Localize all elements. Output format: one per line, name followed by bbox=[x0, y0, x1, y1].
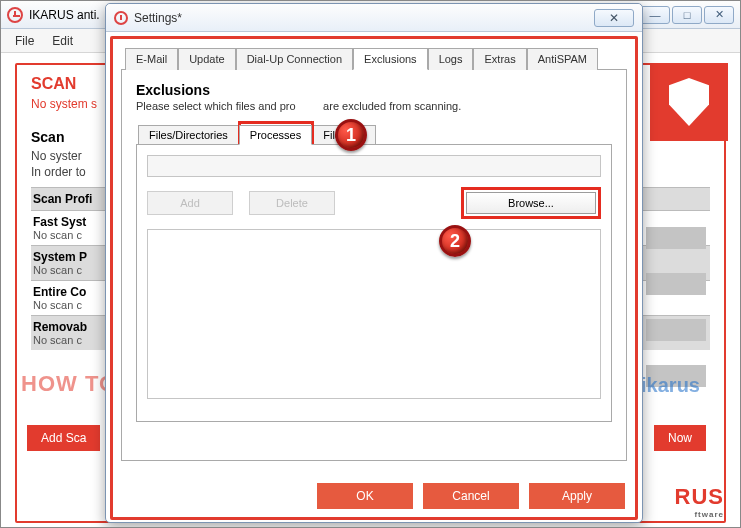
tab-dialup[interactable]: Dial-Up Connection bbox=[236, 48, 353, 70]
apply-button[interactable]: Apply bbox=[529, 483, 625, 509]
tab-exclusions[interactable]: Exclusions bbox=[353, 48, 428, 70]
process-path-input[interactable] bbox=[147, 155, 601, 177]
annotation-marker-1: 1 bbox=[335, 119, 367, 151]
bg-maximize-button[interactable]: □ bbox=[672, 6, 702, 24]
settings-tabs: E-Mail Update Dial-Up Connection Exclusi… bbox=[125, 47, 627, 69]
browse-button[interactable]: Browse... bbox=[466, 192, 596, 214]
tab-logs[interactable]: Logs bbox=[428, 48, 474, 70]
ikarus-icon bbox=[114, 11, 128, 25]
exclusions-heading: Exclusions bbox=[136, 82, 612, 98]
processes-panel: Add Delete Browse... bbox=[136, 144, 612, 422]
settings-title: Settings* bbox=[134, 11, 182, 25]
menu-file[interactable]: File bbox=[7, 32, 42, 50]
menu-edit[interactable]: Edit bbox=[44, 32, 81, 50]
tab-update[interactable]: Update bbox=[178, 48, 235, 70]
ikarus-icon bbox=[7, 7, 23, 23]
add-scan-button[interactable]: Add Sca bbox=[27, 425, 100, 451]
settings-dialog: Settings* ✕ E-Mail Update Dial-Up Connec… bbox=[105, 3, 643, 523]
process-exclusion-list[interactable] bbox=[147, 229, 601, 399]
bg-action-slot[interactable] bbox=[646, 273, 706, 295]
tab-email[interactable]: E-Mail bbox=[125, 48, 178, 70]
ikarus-logo-text: RUSftware bbox=[675, 484, 724, 519]
ok-button[interactable]: OK bbox=[317, 483, 413, 509]
exclusions-subtext: Please select which files and pro are ex… bbox=[136, 100, 612, 112]
bg-action-slot[interactable] bbox=[646, 319, 706, 341]
exclusions-subtabs: Files/Directories Processes File Size bbox=[138, 124, 612, 144]
bg-action-slot[interactable] bbox=[646, 227, 706, 249]
subtab-processes[interactable]: Processes bbox=[239, 125, 312, 145]
bg-window-title: IKARUS anti. bbox=[29, 8, 100, 22]
exclusions-panel: Exclusions Please select which files and… bbox=[121, 69, 627, 461]
add-button[interactable]: Add bbox=[147, 191, 233, 215]
bg-minimize-button[interactable]: — bbox=[640, 6, 670, 24]
cancel-button[interactable]: Cancel bbox=[423, 483, 519, 509]
settings-close-button[interactable]: ✕ bbox=[594, 9, 634, 27]
tab-extras[interactable]: Extras bbox=[473, 48, 526, 70]
bg-close-button[interactable]: ✕ bbox=[704, 6, 734, 24]
bg-window-controls: — □ ✕ bbox=[640, 6, 734, 24]
settings-body: E-Mail Update Dial-Up Connection Exclusi… bbox=[110, 36, 638, 520]
delete-button[interactable]: Delete bbox=[249, 191, 335, 215]
tab-antispam[interactable]: AntiSPAM bbox=[527, 48, 598, 70]
settings-titlebar: Settings* ✕ bbox=[106, 4, 642, 32]
subtab-files-directories[interactable]: Files/Directories bbox=[138, 125, 239, 145]
annotation-marker-2: 2 bbox=[439, 225, 471, 257]
annotation-highlight-browse: Browse... bbox=[461, 187, 601, 219]
scan-now-button[interactable]: Now bbox=[654, 425, 706, 451]
dialog-button-row: OK Cancel Apply bbox=[317, 483, 625, 509]
